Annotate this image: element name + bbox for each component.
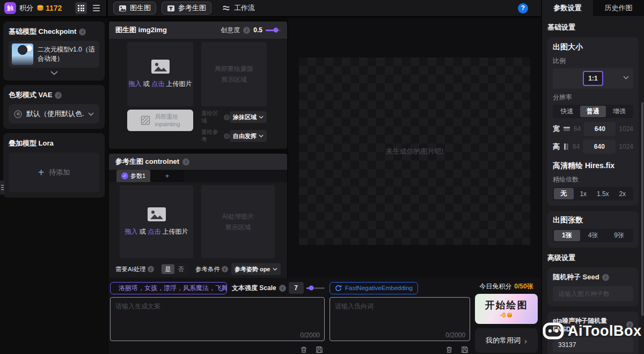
controlnet-tab-param1[interactable]: ✓ 参数1 (116, 170, 150, 182)
tab-reference[interactable]: 参考生图 (162, 2, 211, 15)
ratio-select[interactable]: 1:1 (553, 68, 633, 89)
hires-2x[interactable]: 2x (613, 188, 633, 199)
logo-glyph: 触 (7, 4, 13, 13)
image-placeholder-icon (148, 207, 166, 221)
checkpoint-title: 基础模型 Checkpoint i (9, 27, 99, 37)
tab-history[interactable]: 历史作图 (593, 0, 644, 16)
scale-slider[interactable] (306, 287, 325, 289)
mode-tabs: 图生图 参考生图 工作流 ? (108, 2, 541, 15)
save-icon[interactable] (316, 346, 323, 353)
res-option-fast[interactable]: 快速 (554, 106, 580, 117)
vae-card: 色彩模式 VAE i 默认（使用默认色... (3, 85, 105, 129)
brand-name: AiToolBox (568, 323, 641, 339)
info-icon[interactable]: i (243, 27, 250, 34)
info-icon[interactable]: i (55, 92, 62, 99)
points-label: 积分 (19, 3, 33, 13)
seed-card: 随机种子 Seed i (547, 268, 639, 306)
count-9[interactable]: 9张 (606, 230, 632, 241)
advanced-settings-title: 高级设置 (547, 253, 639, 263)
info-icon[interactable]: i (279, 285, 286, 292)
info-icon[interactable]: i (79, 28, 86, 35)
seed-input[interactable] (553, 286, 633, 301)
trash-icon[interactable] (445, 346, 453, 353)
repaint-ref-select[interactable]: 自由发挥 (230, 130, 267, 142)
count-4[interactable]: 4张 (580, 230, 606, 241)
ref-cond-select[interactable]: 参考姿势 ope (231, 263, 281, 275)
need-ai-no[interactable]: 否 (174, 264, 187, 274)
controlnet-tabs: ✓ 参数1 + (109, 170, 287, 182)
repaint-area-select[interactable]: 涂抹区域 (230, 111, 267, 123)
creativity-slider[interactable] (266, 30, 281, 31)
app-logo[interactable]: 触 (4, 2, 16, 14)
inpaint-button[interactable]: 局部重绘 inpainting (127, 110, 193, 131)
controlnet-dropzone[interactable]: 拖入 或 点击 上传图片 (120, 185, 193, 258)
positive-prompt-column: 洛丽塔，女孩，漂浮，风系魔法，飞舞... 文本强度 Scale i 7 0/20… (110, 281, 325, 354)
info-icon[interactable]: i (222, 266, 228, 272)
resolution-label: 分辨率 (553, 93, 633, 102)
chevron-down-icon (273, 268, 277, 271)
controlnet-title: 参考生图 controlnet (115, 157, 179, 167)
lora-add-label: 待添加 (49, 168, 70, 177)
checkpoint-expand[interactable] (9, 71, 99, 75)
info-icon[interactable]: i (148, 266, 154, 272)
need-ai-yes[interactable]: 是 (162, 264, 174, 274)
height-input[interactable]: 640 (583, 140, 616, 154)
model-sidebar: 基础模型 Checkpoint i 二次元模型v1.0（适合动漫） 色彩模式 V… (0, 18, 108, 354)
negative-preset-pill[interactable]: FastNegativeEmbedding (330, 282, 418, 294)
scale-value[interactable]: 7 (289, 282, 304, 294)
prompt-bar: 洛丽塔，女孩，漂浮，风系魔法，飞舞... 文本强度 Scale i 7 0/20… (108, 278, 541, 354)
grid-icon (78, 5, 84, 11)
save-icon[interactable] (461, 346, 469, 353)
refresh-icon (335, 285, 342, 292)
tab-parameter-settings[interactable]: 参数设置 (542, 0, 593, 16)
count-1[interactable]: 1张 (554, 230, 580, 241)
sidebar-collapse-handle[interactable] (0, 180, 5, 194)
points-value: 1172 (36, 4, 62, 12)
my-words-button[interactable]: 我的常用词 › (475, 328, 538, 353)
controlnet-tab-add[interactable]: + (150, 170, 184, 182)
vae-selector[interactable]: 默认（使用默认色... (9, 104, 99, 124)
res-option-enhanced[interactable]: 增强 (606, 106, 632, 117)
vae-value: 默认（使用默认色... (26, 109, 84, 119)
tab-workflow[interactable]: 工作流 (217, 2, 260, 15)
info-icon[interactable]: i (224, 133, 230, 139)
size-title: 出图大小 (553, 42, 633, 52)
checkpoint-card: 基础模型 Checkpoint i 二次元模型v1.0（适合动漫） (3, 21, 105, 81)
apps-grid-button[interactable] (75, 2, 87, 14)
trash-icon[interactable] (300, 346, 308, 353)
checkpoint-selector[interactable]: 二次元模型v1.0（适合动漫） (9, 41, 99, 68)
negative-prompt-column: FastNegativeEmbedding 0/2000 (330, 281, 470, 354)
info-icon[interactable]: i (182, 158, 189, 165)
hires-15x[interactable]: 1.5x (593, 188, 613, 199)
info-icon[interactable]: i (224, 114, 230, 120)
workflow-icon (222, 4, 231, 12)
chevron-down-icon (88, 112, 94, 116)
help-button[interactable]: ? (518, 3, 528, 13)
res-option-normal[interactable]: 普通 (580, 106, 606, 117)
tab-img2img[interactable]: 图生图 (113, 2, 156, 15)
ai-processed-preview-area: AI处理图片 展示区域 (201, 185, 275, 258)
hires-none[interactable]: 无 (554, 188, 574, 199)
upload-caption: 拖入 或 点击 上传图片 (128, 80, 192, 89)
generate-column: 今日免积分 0/50张 开始绘图 -0 我的常用词 › (475, 281, 538, 354)
upload-caption: 拖入 或 点击 上传图片 (125, 227, 188, 236)
result-canvas: 来生成你的图片吧! (299, 57, 530, 245)
ratio-value[interactable]: 1:1 (583, 71, 603, 86)
start-generate-button[interactable]: 开始绘图 -0 (475, 294, 538, 324)
hires-1x[interactable]: 1x (574, 188, 594, 199)
source-image-dropzone[interactable]: 拖入 或 点击 上传图片 (127, 42, 193, 106)
lora-add-button[interactable]: + 待添加 (9, 153, 99, 192)
check-icon: ✓ (121, 172, 128, 179)
width-input[interactable]: 640 (584, 122, 616, 136)
settings-scrollbar[interactable] (641, 102, 643, 316)
repaint-ref-row: 重绘参考 i 自由发挥 (201, 128, 267, 143)
chevron-down-icon (50, 71, 58, 75)
menu-button[interactable] (90, 2, 102, 14)
resolution-segment: 快速 普通 增强 (553, 105, 633, 118)
info-icon[interactable]: i (602, 274, 609, 281)
preset-prompt-pill[interactable]: 洛丽塔，女孩，漂浮，风系魔法，飞舞... (110, 282, 227, 294)
controlnet-panel: 参考生图 controlnet i ✓ 参数1 + 拖入 或 (109, 154, 287, 297)
coin-icon (507, 313, 513, 318)
positive-prompt-input[interactable] (110, 297, 325, 341)
ensd-input[interactable] (553, 337, 633, 352)
